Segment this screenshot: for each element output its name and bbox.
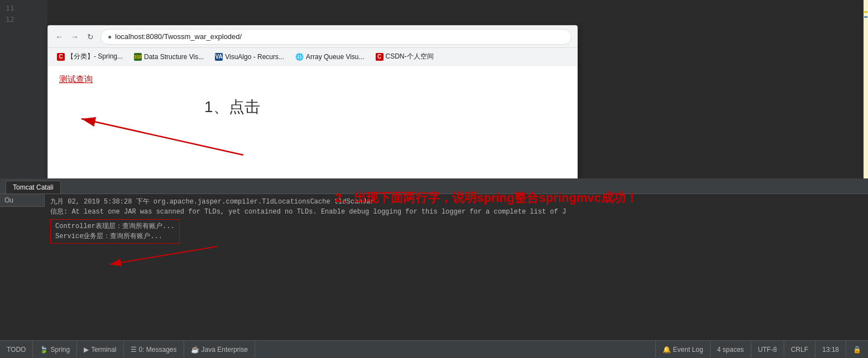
svg-line-1 [81,119,243,155]
enterprise-icon: ☕ [191,346,199,354]
bookmark-csdn1-label: 【分类】- Spring... [67,52,123,61]
encoding-label: UTF-8 [758,346,777,354]
lock-icon: ● [108,33,112,41]
line-numbers: 11 12 [0,0,47,178]
terminal-label: Terminal [91,346,116,354]
bookmark-va-label: VisuAlgo - Recurs... [225,53,284,61]
messages-icon: ☰ [131,346,137,354]
eventlog-icon: 🔔 [663,346,671,354]
bookmark-array[interactable]: 🌐 Array Queue Visu... [291,51,369,62]
bookmark-csdn1[interactable]: C 【分类】- Spring... [52,50,127,63]
highlight-line-1: Controller表现层：查询所有账户... [55,221,175,231]
time-item: 13:18 [815,341,846,358]
scroll-stripe [864,0,868,178]
output-tab[interactable]: Ou [0,194,45,207]
enterprise-label: Java Enterprise [202,346,248,354]
bookmark-csdn2[interactable]: C CSDN-个人空间 [371,50,438,63]
test-query-link[interactable]: 测试查询 [59,74,93,84]
time-label: 13:18 [822,346,839,354]
jsf-icon: JSF [134,53,142,61]
bookmarks-bar: C 【分类】- Spring... JSF Data Structure Vis… [48,48,577,66]
status-left: TODO 🍃 Spring ▶ Terminal ☰ 0: Messages ☕… [0,341,255,358]
step2-text: 2、出现下面两行字，说明spring整合springmvc成功！ [335,191,638,205]
address-bar[interactable]: ● localhost:8080/Twossm_war_exploded/ [100,29,572,45]
csdn2-icon: C [376,53,383,61]
browser-chrome: ← → ↻ ● localhost:8080/Twossm_war_explod… [48,26,577,48]
highlight-line-2: Service业务层：查询所有账户... [55,231,175,241]
spaces-item[interactable]: 4 spaces [710,341,751,358]
messages-label: 0: Messages [139,346,177,354]
spaces-label: 4 spaces [717,346,744,354]
step2-annotation: 2、出现下面两行字，说明spring整合springmvc成功！ [335,190,638,206]
csdn1-icon: C [57,53,65,61]
log-line-2: 信息: At least one JAR was scanned for TLD… [50,207,862,217]
tomcat-tab[interactable]: Tomcat Catali [6,181,61,193]
spring-item[interactable]: 🍃 Spring [33,341,77,358]
refresh-button[interactable]: ↻ [85,31,96,42]
bookmark-jsf[interactable]: JSF Data Structure Vis... [130,51,208,62]
step1-annotation: 1、点击 [204,96,260,118]
bookmark-csdn2-label: CSDN-个人空间 [386,52,434,61]
va-icon: VA [215,53,223,61]
terminal-icon: ▶ [84,346,89,354]
crlf-label: CRLF [791,346,808,354]
bookmark-array-label: Array Queue Visu... [306,53,365,61]
back-button[interactable]: ← [54,31,65,42]
eventlog-label: Event Log [673,346,703,354]
step1-text: 1、点击 [204,98,260,115]
status-bar: TODO 🍃 Spring ▶ Terminal ☰ 0: Messages ☕… [0,340,868,358]
todo-label: TODO [7,346,26,354]
lock-item: 🔒 [846,341,868,358]
messages-item[interactable]: ☰ 0: Messages [124,341,184,358]
status-right: 🔔 Event Log 4 spaces UTF-8 CRLF 13:18 🔒 [655,341,868,358]
bookmark-va[interactable]: VA VisuAlgo - Recurs... [210,51,289,62]
forward-button[interactable]: → [69,31,80,42]
encoding-item[interactable]: UTF-8 [751,341,784,358]
eventlog-item[interactable]: 🔔 Event Log [655,341,710,358]
enterprise-item[interactable]: ☕ Java Enterprise [184,341,255,358]
browser-window: ← → ↻ ● localhost:8080/Twossm_war_explod… [47,25,578,187]
spring-label: Spring [50,346,70,354]
bookmark-jsf-label: Data Structure Vis... [144,53,204,61]
spring-icon: 🍃 [40,346,48,354]
lock-icon2: 🔒 [853,346,861,354]
todo-item[interactable]: TODO [0,341,33,358]
terminal-item[interactable]: ▶ Terminal [77,341,123,358]
crlf-item[interactable]: CRLF [784,341,815,358]
console-log: 九月 02, 2019 5:38:28 下午 org.apache.jasper… [45,194,868,340]
highlight-box: Controller表现层：查询所有账户... Service业务层：查询所有账… [50,219,180,244]
url-text: localhost:8080/Twossm_war_exploded/ [115,32,242,41]
globe-icon: 🌐 [295,53,304,61]
browser-content: 测试查询 1、点击 [48,66,577,186]
